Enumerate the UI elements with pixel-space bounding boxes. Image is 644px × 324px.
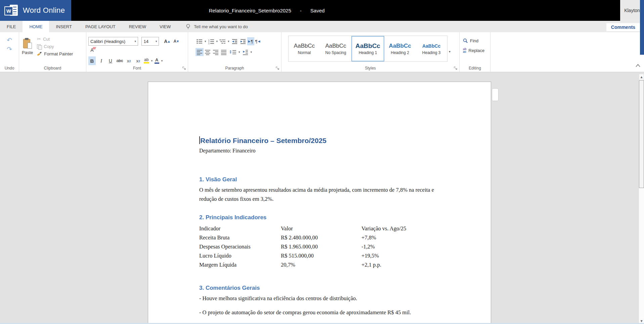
- doc-title[interactable]: Relatório Financeiro – Setembro/2025: [199, 136, 440, 145]
- indent-lines-icon: [242, 49, 249, 55]
- font-color-button[interactable]: A ▾: [155, 56, 163, 65]
- col-header: Indicador: [199, 224, 281, 233]
- style-normal[interactable]: AaBbCc Normal: [289, 36, 320, 61]
- font-size-value: 14: [143, 39, 148, 44]
- app-name: Word Online: [23, 6, 65, 15]
- style-heading-3[interactable]: AaBbCc Heading 3: [416, 36, 447, 61]
- section-3-comment-1[interactable]: - Houve melhora significativa na eficiên…: [199, 294, 440, 303]
- bullets-button[interactable]: ▾: [196, 37, 207, 45]
- group-paragraph: ▾ 1 2 3 ▾: [188, 32, 282, 72]
- numbering-button[interactable]: 1 2 3 ▾: [207, 37, 219, 45]
- tell-me-box[interactable]: Tell me what you want to do: [177, 21, 248, 32]
- italic-button[interactable]: I: [97, 56, 105, 65]
- section-3-comment-2[interactable]: - O projeto de automação do setor de com…: [199, 308, 440, 317]
- group-clipboard: Paste ✂ Cut Copy: [19, 32, 86, 72]
- find-icon: [463, 38, 468, 43]
- align-left-button[interactable]: [196, 48, 204, 56]
- font-size-select[interactable]: 14 ▾: [141, 37, 159, 46]
- document-title[interactable]: Relatorio_Financeiro_Setembro2025: [209, 8, 291, 13]
- strikethrough-button[interactable]: abc: [116, 56, 123, 65]
- window-edge-accent: [640, 0, 644, 55]
- svg-text:3: 3: [208, 42, 210, 44]
- group-editing: Find ab ac Replace Editing: [460, 32, 490, 72]
- comment-flag[interactable]: [492, 88, 499, 101]
- tab-insert[interactable]: INSERT: [49, 21, 78, 32]
- styles-more-button[interactable]: ▾: [449, 50, 450, 53]
- tab-page-layout[interactable]: PAGE LAYOUT: [79, 21, 122, 32]
- text-highlight-button[interactable]: ab ▾: [144, 56, 153, 65]
- word-logo-letter: W: [4, 6, 13, 15]
- format-painter-button[interactable]: Format Painter: [37, 51, 73, 56]
- copy-button[interactable]: Copy: [37, 44, 73, 49]
- section-3-heading[interactable]: 3. Comentários Gerais: [199, 284, 440, 292]
- down-arrow-icon: ▼: [640, 320, 642, 323]
- font-color-icon: A: [155, 58, 159, 64]
- bold-button[interactable]: B: [88, 56, 96, 65]
- special-indent-button[interactable]: ▾: [241, 48, 253, 56]
- increase-indent-button[interactable]: [239, 37, 247, 45]
- shrink-font-icon: ▼: [177, 40, 179, 43]
- decrease-indent-button[interactable]: [230, 37, 239, 45]
- undo-button[interactable]: ↶: [7, 37, 12, 43]
- line-spacing-icon: ↕: [229, 50, 232, 54]
- table-row: Despesas Operacionais R$ 1.965.000,00 -1…: [199, 242, 440, 251]
- col-header: Variação vs. Ago/25: [361, 224, 440, 233]
- comments-button[interactable]: Comments: [606, 23, 640, 31]
- cut-label: Cut: [43, 37, 50, 42]
- left-to-right-button[interactable]: ▶¶: [247, 37, 254, 45]
- tab-view[interactable]: VIEW: [153, 21, 177, 32]
- undo-icon: ↶: [7, 37, 12, 43]
- align-right-icon: [213, 49, 219, 55]
- table-row: Margem Líquida 20,7% +2,1 p.p.: [199, 260, 440, 269]
- numbered-list-icon: 1 2 3: [208, 39, 214, 44]
- rtl-paragraph-icon: ¶◀: [255, 39, 260, 44]
- group-styles: AaBbCc Normal AaBbCc No Spacing AaBbCc H…: [282, 32, 460, 72]
- styles-gallery: AaBbCc Normal AaBbCc No Spacing AaBbCc H…: [288, 36, 447, 62]
- collapse-ribbon-button[interactable]: [635, 63, 641, 67]
- replace-icon: ab ac: [463, 48, 467, 53]
- scroll-up-button[interactable]: ▲: [639, 74, 644, 80]
- style-heading-2[interactable]: AaBbCc Heading 2: [384, 36, 416, 61]
- section-1-paragraph[interactable]: O mês de setembro apresentou resultados …: [199, 185, 440, 203]
- paste-button[interactable]: Paste: [22, 36, 33, 56]
- right-to-left-button[interactable]: ¶◀: [254, 37, 261, 45]
- tab-file[interactable]: FILE: [0, 21, 23, 32]
- indicators-table[interactable]: Indicador Valor Variação vs. Ago/25 Rece…: [199, 224, 440, 269]
- multilevel-list-icon: [220, 39, 226, 44]
- save-status: Saved: [310, 8, 325, 13]
- font-family-select[interactable]: Calibri (Headings) ▾: [88, 37, 138, 46]
- editing-group-label: Editing: [460, 66, 490, 71]
- line-spacing-button[interactable]: ↕ ▾: [228, 48, 241, 56]
- subscript-button[interactable]: x2: [125, 56, 133, 65]
- scrollbar-thumb[interactable]: [639, 80, 644, 188]
- clipboard-group-label: Clipboard: [19, 66, 86, 71]
- chevron-down-icon: ▾: [161, 59, 163, 62]
- superscript-button[interactable]: x2: [134, 56, 142, 65]
- document-titlebar: Relatorio_Financeiro_Setembro2025 - Save…: [71, 0, 620, 21]
- user-name: Klayton: [624, 8, 640, 13]
- group-font: Calibri (Headings) ▾ 14 ▾ A▲ A▼ A: [86, 32, 188, 72]
- section-1-heading[interactable]: 1. Visão Geral: [199, 176, 440, 183]
- redo-button[interactable]: ↷: [7, 46, 12, 52]
- section-2-heading[interactable]: 2. Principais Indicadores: [199, 214, 440, 221]
- redo-icon: ↷: [7, 46, 12, 52]
- titlebar: W Word Online Relatorio_Financeiro_Setem…: [0, 0, 644, 21]
- grow-font-button[interactable]: A▲: [163, 37, 171, 46]
- justify-button[interactable]: [220, 48, 228, 56]
- doc-meta-line[interactable]: Departamento: Financeiro: [199, 147, 440, 154]
- clear-formatting-button[interactable]: A: [88, 46, 96, 54]
- align-center-button[interactable]: [204, 48, 212, 56]
- tab-review[interactable]: REVIEW: [122, 21, 153, 32]
- style-heading-1[interactable]: AaBbCc Heading 1: [351, 36, 384, 61]
- tab-home[interactable]: HOME: [23, 21, 49, 32]
- multilevel-list-button[interactable]: ▾: [219, 37, 230, 45]
- vertical-scrollbar[interactable]: ▲ ▼: [639, 74, 644, 324]
- replace-button[interactable]: ab ac Replace: [463, 48, 490, 53]
- document-page[interactable]: Relatório Financeiro – Setembro/2025 Dep…: [148, 82, 491, 324]
- underline-button[interactable]: U: [107, 56, 114, 65]
- align-right-button[interactable]: [212, 48, 220, 56]
- cut-button[interactable]: ✂ Cut: [37, 36, 73, 42]
- style-no-spacing[interactable]: AaBbCc No Spacing: [320, 36, 352, 61]
- shrink-font-button[interactable]: A▼: [172, 37, 180, 46]
- find-button[interactable]: Find: [463, 38, 490, 43]
